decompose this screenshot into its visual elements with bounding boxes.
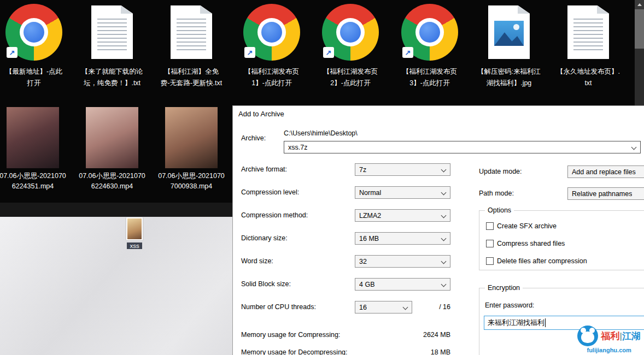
delete-after-checkbox[interactable] [486,257,494,265]
create-sfx-checkbox[interactable] [486,222,494,230]
path-mode-combobox[interactable]: Relative pathnames [567,187,644,200]
archive-label: Archive: [241,134,266,142]
video-file-3[interactable]: 07.06小思思-20210707000938.mp4 [156,107,227,192]
compression-method-value: LZMA2 [359,212,381,220]
video-file-2[interactable]: 07.06小思思-20210706224630.mp4 [77,107,148,192]
desktop-screen: 【最新地址】-点此打开 【来了就能下载的论坛，纯免费！】.txt 【福利江湖】全… [0,0,644,355]
shortcut-arrow-icon [323,47,334,58]
enter-password-label: Enter password: [485,301,534,309]
memory-compressing-label: Memory usage for Compressing: [241,331,340,339]
archive-name-value: xss.7z [288,144,307,151]
chevron-down-icon [441,213,447,218]
archive-format-value: 7z [359,166,366,174]
memory-decompressing-label: Memory usage for Decompressing: [241,348,348,355]
desktop-icon-release-page-2[interactable]: 【福利江湖发布页2】-点此打开 [315,2,386,89]
chevron-down-icon [441,236,447,241]
scrollbar[interactable] [635,0,644,105]
dictionary-size-value: 16 MB [359,235,379,242]
encryption-legend: Encryption [485,284,523,292]
dictionary-size-label: Dictionary size: [241,234,288,242]
word-size-combobox[interactable]: 32 [355,255,450,268]
memory-compressing-value: 2624 MB [370,331,450,339]
desktop-icon-release-page-3[interactable]: 【福利江湖发布页3】-点此打开 [394,2,465,89]
chevron-down-icon [441,259,447,264]
video-thumbnail [7,107,59,168]
text-caret [545,318,546,327]
compression-method-label: Compression method: [241,211,308,219]
cpu-threads-combobox[interactable]: 16 [355,301,412,313]
desktop-icon-permanent-address-txt[interactable]: 【永久地址发布页】.txt [553,2,624,89]
chevron-down-icon [631,145,637,150]
brand-blue: 江湖 [622,331,641,341]
video-label: 07.06小思思-20210706224351.mp4 [0,171,66,192]
compress-shared-checkbox[interactable] [486,240,494,247]
video-thumbnail [165,107,218,168]
video-label: 07.06小思思-20210707000938.mp4 [158,171,225,192]
brand-text: 福利|江湖 [601,330,641,342]
desktop-icon-fulijianghu-txt[interactable]: 【福利江湖】全免费-无套路-更新快.txt [156,2,227,89]
icon-label: 【永久地址发布页】.txt [557,66,620,89]
desktop-icon-latest-address[interactable]: 【最新地址】-点此打开 [0,2,69,89]
desktop-icon-release-page-1[interactable]: 【福利江湖发布页1】-点此打开 [236,2,307,89]
path-mode-value: Relative pathnames [572,190,632,198]
compression-level-value: Normal [359,189,381,197]
add-to-archive-dialog: Add to Archive Archive: C:\Users\himle\D… [232,105,644,355]
chevron-down-icon [403,305,408,310]
options-legend: Options [485,206,514,214]
delete-after-label: Delete files after compression [497,257,587,265]
xss-thumbnail [126,217,143,240]
desktop-icon-forum-txt[interactable]: 【来了就能下载的论坛，纯免费！】.txt [77,2,148,89]
site-watermark: 福利|江湖 fulijianghu.com [577,326,641,353]
compression-level-combobox[interactable]: Normal [355,186,450,199]
cpu-threads-max: / 16 [413,303,450,311]
icon-label: 【福利江湖发布页2】-点此打开 [319,66,382,89]
image-file-icon [488,5,530,59]
shortcut-arrow-icon [7,47,17,58]
archive-format-label: Archive format: [241,165,287,173]
compress-shared-label: Compress shared files [497,240,565,247]
brand-domain: fulijianghu.com [587,347,631,353]
compression-method-combobox[interactable]: LZMA2 [355,209,450,222]
archive-path: C:\Users\himle\Desktop\ [284,129,358,137]
compression-level-label: Compression level: [241,188,299,196]
password-value: 来福利江湖找福利 [488,318,545,328]
solid-block-size-value: 4 GB [359,281,375,288]
icon-label: 【福利江湖发布页3】-点此打开 [398,66,461,89]
word-size-value: 32 [359,258,367,265]
shortcut-arrow-icon [244,47,255,58]
archive-name-combobox[interactable]: xss.7z [284,141,641,153]
scrollbar-thumb[interactable] [635,9,644,49]
scroll-up-button[interactable] [635,0,644,9]
icon-label: 【来了就能下载的论坛，纯免费！】.txt [80,66,144,89]
word-size-label: Word size: [241,257,273,265]
desktop-background [0,217,232,355]
options-groupbox: Options Create SFX archive Compress shar… [479,210,644,270]
cpu-threads-label: Number of CPU threads: [241,303,316,311]
delete-after-row[interactable]: Delete files after compression [486,257,587,265]
compress-shared-row[interactable]: Compress shared files [486,240,565,247]
icon-label: 【最新地址】-点此打开 [2,66,66,89]
text-file-icon [567,5,609,59]
chevron-down-icon [441,282,447,287]
archive-format-combobox[interactable]: 7z [355,163,450,176]
text-file-icon [91,5,133,59]
path-mode-label: Path mode: [479,190,514,197]
chevron-down-icon [441,190,447,196]
memory-decompressing-value: 18 MB [370,348,450,355]
desktop-item-xss[interactable]: xss [120,217,149,250]
solid-block-size-combobox[interactable]: 4 GB [355,278,450,291]
dictionary-size-combobox[interactable]: 16 MB [355,232,450,245]
xss-label: xss [127,242,142,249]
solid-block-size-label: Solid Block size: [241,280,291,288]
icon-label: 【福利江湖发布页1】-点此打开 [240,66,303,89]
cpu-threads-value: 16 [359,304,367,311]
create-sfx-row[interactable]: Create SFX archive [486,222,557,230]
shortcut-arrow-icon [402,47,413,58]
desktop-icon-password-jpg[interactable]: 【解压密码:来福利江湖找福利】.jpg [473,2,545,89]
icon-label: 【解压密码:来福利江湖找福利】.jpg [477,66,541,89]
fulijianghu-logo-icon [577,326,598,346]
chevron-down-icon [441,167,447,173]
update-mode-combobox[interactable]: Add and replace files [567,165,644,178]
dialog-title: Add to Archive [238,110,284,118]
video-file-1[interactable]: 07.06小思思-20210706224351.mp4 [0,107,68,192]
